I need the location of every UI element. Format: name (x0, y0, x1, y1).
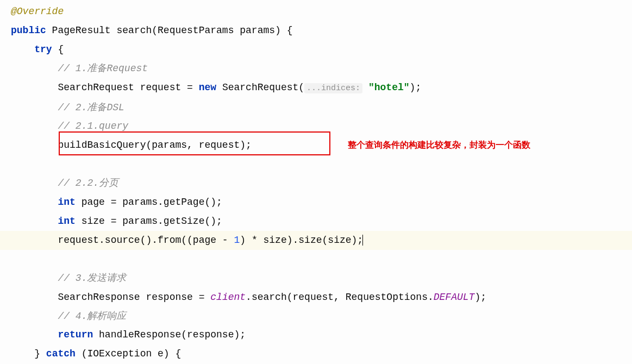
string-literal: "hotel" (368, 82, 410, 93)
comment: // 4.解析响应 (58, 311, 126, 322)
code-text: size = params.getSize(); (76, 216, 222, 227)
keyword-catch: catch (46, 348, 76, 359)
code-text: SearchRequest request = (58, 82, 198, 93)
annotation-override: @Override (11, 6, 64, 17)
param-hint: ...indices: (304, 83, 362, 93)
comment: // 2.1.query (58, 121, 128, 131)
field-ref: client (210, 292, 246, 303)
comment: // 2.2.分页 (58, 178, 118, 189)
code-text: ); (474, 292, 486, 303)
code-editor[interactable]: @Override public PageResult search(Reque… (0, 0, 632, 363)
keyword-int: int (58, 197, 75, 208)
current-line: request.source().from((page - 1) * size)… (0, 231, 632, 250)
code-text: page = params.getPage(); (76, 197, 222, 208)
keyword-int: int (58, 216, 75, 227)
code-text: } (34, 348, 46, 359)
keyword-try: try (34, 44, 52, 55)
constant-ref: DEFAULT (434, 292, 475, 303)
text-caret (362, 235, 363, 246)
code-text: { (52, 44, 64, 55)
code-text: handleResponse(response); (93, 329, 246, 340)
code-text: buildBasicQuery(params, request); (58, 140, 251, 150)
keyword-public: public (11, 25, 46, 36)
code-text: SearchRequest( (216, 82, 304, 93)
code-text: PageResult search(RequestParams params) … (46, 25, 293, 36)
code-text: SearchResponse response = (58, 292, 210, 303)
keyword-new: new (199, 82, 216, 93)
code-text: (IOException e) { (76, 348, 181, 359)
code-text: ); (410, 82, 422, 93)
keyword-return: return (58, 329, 93, 340)
number-literal: 1 (234, 235, 240, 246)
comment: // 1.准备Request (58, 63, 148, 74)
comment: // 2.准备DSL (58, 102, 124, 113)
code-text: .search(request, RequestOptions. (246, 292, 434, 303)
annotation-note: 整个查询条件的构建比较复杂，封装为一个函数 (348, 136, 530, 155)
comment: // 3.发送请求 (58, 273, 126, 284)
code-text: request.source().from((page - (58, 235, 234, 246)
code-text: ) * size).size(size); (240, 235, 363, 246)
